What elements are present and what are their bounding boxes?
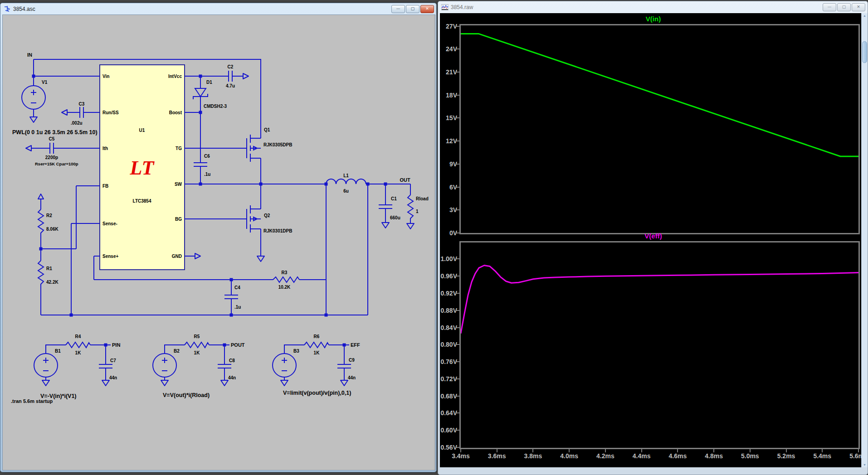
scroll-up-icon[interactable]: ▲ [862,14,868,17]
scroll-down-icon[interactable]: ▼ [862,463,868,466]
b2-ref[interactable]: B2 [174,349,180,354]
net-label-pout[interactable]: POUT [231,342,245,348]
scrollbar-thumb[interactable] [862,41,867,63]
c3-value[interactable]: .002u [71,121,83,126]
y-axis-tick-label: 0.84V [440,324,457,331]
net-label-in[interactable]: IN [27,52,32,58]
d1-value[interactable]: CMDSH2-3 [204,104,227,109]
q2-value[interactable]: RJK0301DPB [263,228,292,233]
c5-note[interactable]: Rser=15K Cpar=100p [35,161,78,166]
q1-ref[interactable]: Q1 [264,127,270,132]
v1-value[interactable]: PWL(0 0 1u 26 3.5m 26 5.5m 10) [12,129,98,136]
y-axis-tick [456,412,460,413]
c8-ref[interactable]: C8 [229,358,235,363]
inductor-l1-body[interactable] [326,179,366,184]
net-label-out[interactable]: OUT [400,177,410,183]
c1-ref[interactable]: C1 [391,196,397,201]
resistor-bodies[interactable] [38,195,413,348]
y-axis-tick-label: 0.76V [440,358,457,365]
ground-icon [30,117,37,122]
y-axis-tick-label: 18V [440,92,457,99]
close-button[interactable]: ✕ [420,5,434,13]
rload-value[interactable]: 1 [416,209,419,214]
y-axis-tick [456,117,460,118]
c7-ref[interactable]: C7 [110,358,116,363]
spice-directive[interactable]: .tran 5.6m startup [11,398,53,404]
x-axis-tick-label: 4.8ms [700,452,727,460]
vin-plot-title[interactable]: V(in) [440,15,867,23]
x-axis-tick-label: 3.6ms [483,452,511,460]
r6-ref[interactable]: R6 [314,334,320,339]
u1-ref[interactable]: U1 [139,128,145,133]
ic-u1[interactable]: LT U1 LTC3854 Vin Run/SS Ith FB Sense- S… [100,65,185,270]
net-label-pin[interactable]: PIN [112,342,120,348]
c8-value[interactable]: 44n [228,375,236,380]
pin-label-senseP: Sense+ [102,254,118,259]
pin-label-ith: Ith [102,146,108,151]
y-axis-tick-label: 0.80V [440,341,457,348]
c6-value[interactable]: .1u [204,172,210,177]
y-axis-tick [456,72,460,73]
x-axis-tick [822,448,823,452]
x-axis-tick-label: 5.4ms [809,452,836,460]
vertical-scrollbar[interactable]: ▲ ▼ [861,13,868,467]
r3-ref[interactable]: R3 [282,270,288,275]
pin-label-senseN: Sense- [102,221,117,226]
b2-value[interactable]: V=V(out)*i(Rload) [163,392,210,398]
c2-value[interactable]: 4.7u [226,83,235,88]
c2-ref[interactable]: C2 [228,64,234,69]
q2-ref[interactable]: Q2 [264,213,270,218]
vin-plot-pane[interactable]: 27V24V21V18V15V12V9V6V3V0V [459,24,860,234]
r4-value[interactable]: 1K [75,350,82,355]
r6-value[interactable]: 1K [314,350,320,355]
v1-ref[interactable]: V1 [42,80,48,85]
c9-ref[interactable]: C9 [349,358,355,363]
y-axis-tick [456,378,460,379]
net-label-eff[interactable]: EFF [351,342,360,348]
r2-ref[interactable]: R2 [46,213,52,218]
b1-ref[interactable]: B1 [55,349,61,354]
r4-ref[interactable]: R4 [75,334,81,339]
minimize-button[interactable]: — [823,3,836,11]
waveform-titlebar[interactable]: 3854.raw — ▢ ✕ [438,1,868,13]
u1-part[interactable]: LTC3854 [133,199,151,204]
maximize-button[interactable]: ▢ [837,3,851,11]
veff-plot-title[interactable]: V(eff) [440,232,867,240]
schematic-window: 3854.asc — ▢ ✕ [0,3,437,472]
waveform-trace-V(in) [461,34,858,156]
c5-ref[interactable]: C5 [49,136,55,141]
q1-value[interactable]: RJK0305DPB [263,142,292,147]
c3-ref[interactable]: C3 [79,102,85,107]
lt-logo: LT [130,157,155,179]
r2-value[interactable]: 8.06K [46,227,59,232]
c4-ref[interactable]: C4 [234,285,240,290]
minimize-button[interactable]: — [391,5,405,13]
y-axis-tick [456,396,460,397]
x-axis-tick [786,448,787,452]
b3-value[interactable]: V=limit(v(pout)/v(pin),0,1) [283,390,351,396]
c5-value[interactable]: 2200p [45,155,58,160]
b3-ref[interactable]: B3 [293,349,299,354]
veff-plot-pane[interactable]: 1.00V0.96V0.92V0.88V0.84V0.80V0.76V0.72V… [459,241,860,449]
c1-value[interactable]: 660u [390,215,400,220]
close-button[interactable]: ✕ [852,3,865,11]
schematic-titlebar[interactable]: 3854.asc — ▢ ✕ [0,3,436,15]
y-axis-tick [456,48,460,49]
x-axis-tick [858,448,859,452]
y-axis-tick [456,26,460,27]
c9-value[interactable]: 44n [348,375,356,380]
l1-ref[interactable]: L1 [343,173,349,178]
c6-ref[interactable]: C6 [204,154,210,159]
d1-ref[interactable]: D1 [206,80,212,85]
r5-ref[interactable]: R5 [194,334,200,339]
r1-value[interactable]: 42.2K [46,280,59,285]
maximize-button[interactable]: ▢ [406,5,419,13]
schematic-canvas[interactable]: LT U1 LTC3854 Vin Run/SS Ith FB Sense- S… [2,15,435,470]
l1-value[interactable]: 6u [343,189,349,194]
c7-value[interactable]: 44n [109,375,117,380]
c4-value[interactable]: .1u [234,305,241,310]
r5-value[interactable]: 1K [194,350,200,355]
rload-ref[interactable]: Rload [416,196,429,201]
r1-ref[interactable]: R1 [46,266,52,271]
r3-value[interactable]: 10.2K [278,285,291,290]
